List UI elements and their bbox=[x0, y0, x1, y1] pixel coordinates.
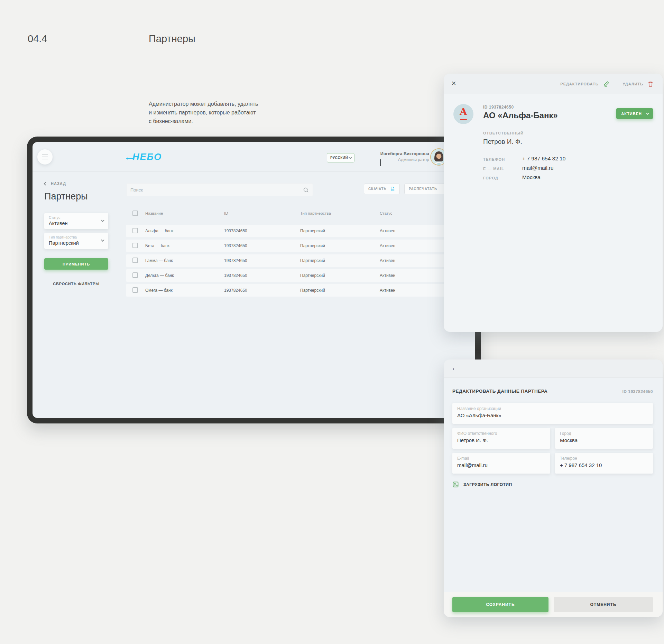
row-checkbox[interactable] bbox=[132, 287, 138, 293]
search-box bbox=[126, 183, 313, 196]
cell-type: Партнерский bbox=[300, 243, 325, 248]
cell-status: Активен bbox=[380, 243, 395, 248]
edit-label: РЕДАКТИРОВАТЬ bbox=[560, 82, 598, 86]
print-label: РАСПЕЧАТАТЬ bbox=[409, 187, 437, 191]
sidebar-title: Партнеры bbox=[44, 191, 88, 202]
partner-edit-panel: ← РЕДАКТИРОВАТЬ ДАННЫЕ ПАРТНЕРА ID 19378… bbox=[444, 360, 663, 617]
table-row[interactable]: Бета — банк 1937824650 Партнерский Актив… bbox=[126, 240, 446, 252]
back-link[interactable]: НАЗАД bbox=[44, 181, 66, 186]
cell-status: Активен bbox=[380, 273, 395, 278]
contact-label: ТЕЛЕФОН bbox=[483, 157, 505, 161]
cell-name: Бета — банк bbox=[145, 243, 169, 248]
column-header: ID bbox=[224, 211, 228, 215]
alfa-letter: А bbox=[453, 106, 473, 118]
cell-type: Партнерский bbox=[300, 288, 325, 293]
field-label: Город bbox=[560, 431, 571, 436]
status-dropdown[interactable]: АКТИВЕН bbox=[616, 108, 653, 119]
select-all-checkbox[interactable] bbox=[132, 211, 138, 216]
hamburger-icon bbox=[42, 155, 48, 155]
trash-icon bbox=[647, 81, 654, 87]
contact-row: Е — MAIL mail@mail.ru bbox=[483, 165, 642, 174]
section-description: Администратор может добавлять, удалять и… bbox=[149, 100, 258, 125]
print-button[interactable]: РАСПЕЧАТАТЬ bbox=[404, 184, 445, 194]
cell-name: Альфа — банк bbox=[145, 228, 174, 233]
row-checkbox[interactable] bbox=[132, 243, 138, 248]
cell-id: 1937824650 bbox=[224, 273, 247, 278]
contact-label: Е — MAIL bbox=[483, 167, 504, 171]
detail-panel-header: ✕ РЕДАКТИРОВАТЬ УДАЛИТЬ bbox=[444, 74, 663, 94]
image-icon bbox=[452, 481, 459, 488]
contact-value: Москва bbox=[522, 174, 541, 180]
download-button[interactable]: СКАЧАТЬ XLS bbox=[364, 184, 400, 194]
svg-text:XLS: XLS bbox=[391, 189, 395, 191]
top-divider bbox=[28, 26, 636, 26]
cell-status: Активен bbox=[380, 258, 395, 263]
partnership-type-filter-select[interactable]: Тип партнерства Партнерский bbox=[44, 233, 108, 249]
chevron-left-icon bbox=[44, 182, 47, 185]
org-name-field[interactable]: Название организации bbox=[452, 403, 653, 424]
save-button[interactable]: СОХРАНИТЬ bbox=[452, 597, 548, 612]
cancel-button[interactable]: ОТМЕНИТЬ bbox=[554, 597, 653, 612]
back-arrow-icon[interactable]: ← bbox=[451, 364, 458, 372]
chevron-down-icon bbox=[101, 238, 104, 242]
contact-label: ГОРОД bbox=[483, 176, 498, 180]
row-checkbox[interactable] bbox=[132, 228, 138, 233]
download-label: СКАЧАТЬ bbox=[368, 187, 386, 191]
table-row[interactable]: Омега — банк 1937824650 Партнерский Акти… bbox=[126, 284, 446, 297]
edit-panel-header: ← bbox=[444, 360, 663, 378]
field-label: Название организации bbox=[457, 406, 501, 411]
edit-partner-id: ID 1937824650 bbox=[622, 389, 653, 394]
xls-file-icon: XLS bbox=[390, 186, 395, 192]
email-field[interactable]: E-mail bbox=[452, 453, 550, 474]
contact-row: ГОРОД Москва bbox=[483, 174, 642, 184]
status-filter-select[interactable]: Статус Активен bbox=[44, 213, 108, 229]
upload-logo-button[interactable]: ЗАГРУЗИТЬ ЛОГОТИП bbox=[452, 481, 512, 488]
reset-filters-link[interactable]: СБРОСИТЬ ФИЛЬТРЫ bbox=[44, 282, 108, 286]
responsible-field[interactable]: ФИО ответственного bbox=[452, 428, 550, 449]
city-input[interactable] bbox=[560, 437, 648, 443]
cell-name: Гамма — банк bbox=[145, 258, 173, 263]
search-icon[interactable] bbox=[303, 187, 309, 193]
table-header: Название ID Тип партнерства Статус bbox=[126, 207, 446, 221]
search-input[interactable] bbox=[130, 187, 303, 193]
chevron-down-icon bbox=[646, 112, 649, 114]
back-label: НАЗАД bbox=[51, 181, 66, 186]
user-info: Ингеборга Викторовна Администратор bbox=[343, 151, 429, 163]
delete-partner-button[interactable]: УДАЛИТЬ bbox=[623, 81, 654, 87]
cell-id: 1937824650 bbox=[224, 228, 247, 233]
table-row[interactable]: Альфа — банк 1937824650 Партнерский Акти… bbox=[126, 225, 446, 237]
row-checkbox[interactable] bbox=[132, 258, 138, 263]
row-checkbox[interactable] bbox=[132, 272, 138, 278]
hamburger-menu-button[interactable] bbox=[37, 149, 53, 165]
logo-text: НЕБО bbox=[132, 152, 162, 162]
city-field[interactable]: Город bbox=[555, 428, 653, 449]
partner-name: АО «Альфа-Банк» bbox=[483, 111, 558, 120]
phone-field[interactable]: Телефон bbox=[555, 453, 653, 474]
table-row[interactable]: Гамма — банк 1937824650 Партнерский Акти… bbox=[126, 254, 446, 267]
cell-id: 1937824650 bbox=[224, 288, 247, 293]
page-title: Партнеры bbox=[149, 33, 195, 45]
edit-partner-button[interactable]: РЕДАКТИРОВАТЬ bbox=[560, 81, 609, 87]
plane-arrow-icon: ← bbox=[124, 152, 136, 162]
app-logo: ← НЕБО bbox=[125, 152, 162, 162]
contact-value: mail@mail.ru bbox=[522, 165, 554, 171]
filter-label: Тип партнерства bbox=[49, 235, 77, 239]
contact-value: + 7 987 654 32 10 bbox=[522, 156, 565, 162]
cell-type: Партнерский bbox=[300, 273, 325, 278]
edit-panel-footer: СОХРАНИТЬ ОТМЕНИТЬ bbox=[444, 592, 663, 617]
design-page: 04.4 Партнеры Администратор может добавл… bbox=[0, 0, 664, 644]
sidebar-divider bbox=[111, 142, 111, 418]
close-icon[interactable]: ✕ bbox=[451, 80, 456, 87]
field-label: Телефон bbox=[560, 456, 577, 461]
email-input[interactable] bbox=[457, 462, 545, 468]
org-name-input[interactable] bbox=[457, 412, 648, 418]
field-label: ФИО ответственного bbox=[457, 431, 497, 436]
responsible-name: Петров И. Ф. bbox=[483, 138, 522, 146]
status-label: АКТИВЕН bbox=[621, 112, 642, 116]
cell-name: Омега — банк bbox=[145, 288, 173, 293]
upload-logo-label: ЗАГРУЗИТЬ ЛОГОТИП bbox=[463, 482, 512, 487]
apply-filters-button[interactable]: ПРИМЕНИТЬ bbox=[44, 258, 108, 270]
table-row[interactable]: Дельта — банк 1937824650 Партнерский Акт… bbox=[126, 269, 446, 282]
responsible-input[interactable] bbox=[457, 437, 545, 443]
phone-input[interactable] bbox=[560, 462, 648, 468]
